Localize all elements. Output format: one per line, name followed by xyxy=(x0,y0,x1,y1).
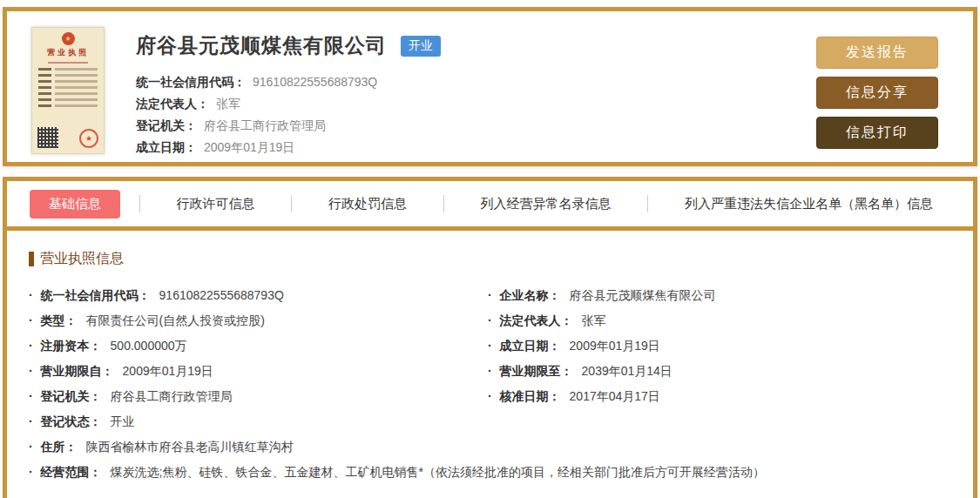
license-info-section: 营业执照信息 统一社会信用代码：91610822555688793Q 企业名称：… xyxy=(7,231,973,485)
field-reg-authority: 登记机关：府谷县工商行政管理局 xyxy=(29,384,488,409)
license-title: 营业执照 xyxy=(32,47,104,58)
tab-divider xyxy=(139,195,140,212)
header-field-reg-authority: 登记机关：府谷县工商行政管理局 xyxy=(136,115,816,137)
field-registered-capital: 注册资本：500.000000万 xyxy=(29,333,488,359)
tab-bar: 基础信息 行政许可信息 行政处罚信息 列入经营异常名录信息 列入严重违法失信企业… xyxy=(7,181,973,231)
company-summary: 府谷县元茂顺煤焦有限公司 开业 统一社会信用代码：916108225556887… xyxy=(136,24,816,150)
field-reg-status: 登记状态：开业 xyxy=(29,409,488,434)
share-info-button[interactable]: 信息分享 xyxy=(816,77,938,109)
license-text-lines xyxy=(32,68,104,127)
field-company-type: 类型：有限责任公司(自然人投资或控股) xyxy=(29,308,488,333)
company-header-card: ★ 营业执照 ★ 府谷县元茂顺煤焦有限公司 开业 统一社会信用代码：916108… xyxy=(3,7,977,166)
business-license-thumbnail: ★ 营业执照 ★ xyxy=(31,27,105,154)
field-term-from: 营业期限自：2009年01月19日 xyxy=(29,359,488,384)
fields-grid: 统一社会信用代码：91610822555688793Q 企业名称：府谷县元茂顺煤… xyxy=(29,283,947,485)
tab-blacklist[interactable]: 列入严重违法失信企业名单（黑名单）信息 xyxy=(667,190,950,219)
send-report-button[interactable]: 发送报告 xyxy=(816,37,938,69)
tab-basic-info[interactable]: 基础信息 xyxy=(30,190,120,219)
header-field-legal-rep: 法定代表人：张军 xyxy=(136,93,816,115)
tab-admin-license[interactable]: 行政许可信息 xyxy=(159,190,273,219)
field-address: 住所：陕西省榆林市府谷县老高川镇红草沟村 xyxy=(29,434,947,460)
tab-admin-penalty[interactable]: 行政处罚信息 xyxy=(311,190,424,219)
license-subtitle-line xyxy=(48,62,88,64)
tab-abnormal-operations-list[interactable]: 列入经营异常名录信息 xyxy=(463,190,629,219)
print-info-button[interactable]: 信息打印 xyxy=(816,117,938,149)
field-approval-date: 核准日期：2017年04月17日 xyxy=(488,384,947,409)
company-name-title: 府谷县元茂顺煤焦有限公司 xyxy=(136,32,387,59)
header-field-establish-date: 成立日期：2009年01月19日 xyxy=(136,137,816,158)
field-credit-code: 统一社会信用代码：91610822555688793Q xyxy=(29,283,488,308)
action-buttons: 发送报告 信息分享 信息打印 xyxy=(816,37,938,150)
tab-divider xyxy=(443,195,444,212)
qr-code xyxy=(37,127,58,148)
status-badge: 开业 xyxy=(401,36,441,57)
national-emblem-icon: ★ xyxy=(62,32,75,45)
section-title: 营业执照信息 xyxy=(29,250,947,268)
field-company-name: 企业名称：府谷县元茂顺煤焦有限公司 xyxy=(488,283,947,308)
field-term-to: 营业期限至：2039年01月14日 xyxy=(488,359,947,384)
header-field-credit-code: 统一社会信用代码：91610822555688793Q xyxy=(136,71,816,93)
red-seal-icon: ★ xyxy=(79,129,98,148)
field-establish-date: 成立日期：2009年01月19日 xyxy=(488,333,947,359)
tab-divider xyxy=(647,195,648,212)
detail-card: 基础信息 行政许可信息 行政处罚信息 列入经营异常名录信息 列入严重违法失信企业… xyxy=(3,177,977,498)
tab-divider xyxy=(291,195,292,212)
section-title-bar xyxy=(29,252,34,266)
field-business-scope: 经营范围：煤炭洗选;焦粉、硅铁、铁合金、五金建材、工矿机电销售*（依法须经批准的… xyxy=(29,460,947,485)
field-legal-rep: 法定代表人：张军 xyxy=(488,308,947,333)
